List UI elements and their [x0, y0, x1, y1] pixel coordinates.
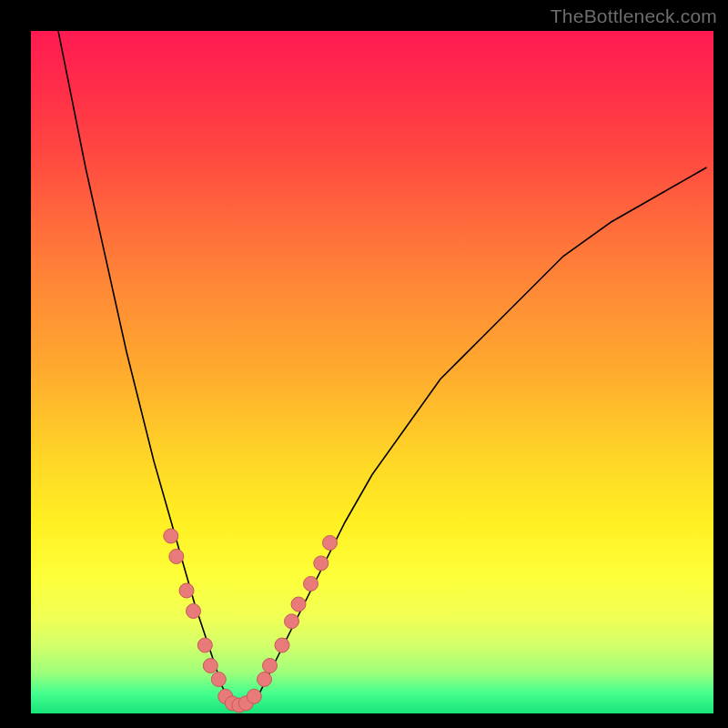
data-dot: [169, 550, 184, 564]
data-dot: [211, 672, 226, 687]
data-dot: [275, 638, 289, 652]
watermark: TheBottleneck.com: [551, 5, 717, 27]
data-dot: [304, 577, 318, 592]
data-dot: [187, 604, 201, 619]
data-dot: [203, 659, 217, 673]
curve-path: [58, 31, 707, 707]
data-dot: [291, 597, 306, 612]
data-dot: [179, 583, 194, 598]
data-dot: [197, 638, 212, 652]
data-dot: [258, 672, 272, 687]
data-dot: [285, 614, 299, 629]
data-dot: [247, 689, 261, 703]
chart-frame: TheBottleneck.com: [0, 0, 728, 728]
data-dot: [323, 536, 338, 551]
data-dot: [164, 529, 178, 543]
data-dot: [263, 659, 278, 673]
dots-group: [164, 529, 338, 713]
data-dot: [314, 556, 329, 571]
plot-area: [31, 31, 713, 713]
bottleneck-curve-svg: [31, 31, 713, 713]
